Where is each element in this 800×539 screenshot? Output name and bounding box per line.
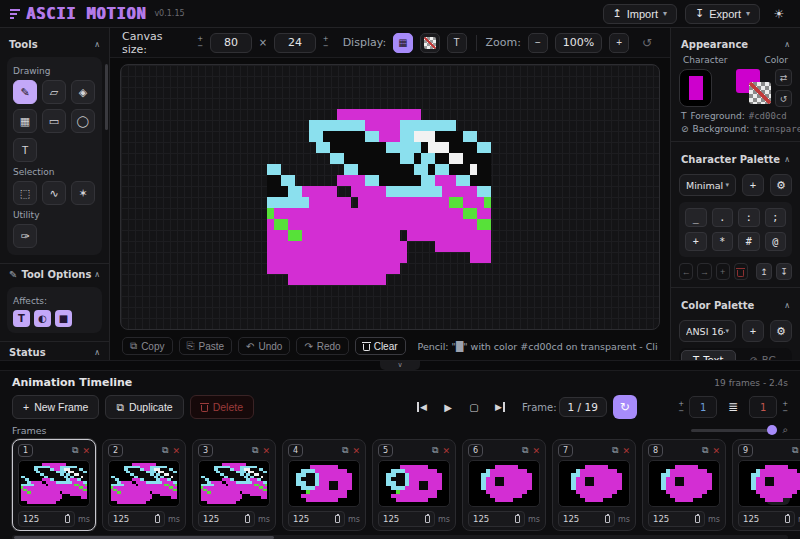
pencil-tool-button[interactable]: ✎ [13, 80, 37, 104]
minus-icon[interactable]: − [678, 408, 684, 414]
frame-card[interactable]: 3 ⧉ ✕ 125 ms [192, 439, 276, 531]
frame-duration-input[interactable]: 125 [468, 511, 525, 527]
character-button[interactable]: : [738, 208, 760, 227]
frame-duration-input[interactable]: 125 [558, 511, 615, 527]
clear-button[interactable]: Clear [355, 337, 406, 355]
delete-frame-icon-button[interactable]: ✕ [712, 446, 720, 456]
frame-card[interactable]: 8 ⧉ ✕ 125 ms [642, 439, 726, 531]
redo-button[interactable]: ↷Redo [296, 337, 348, 355]
ellipse-tool-button[interactable]: ◯ [71, 109, 95, 133]
palette-prev-button[interactable]: ← [679, 263, 693, 280]
character-button[interactable]: . [712, 208, 734, 227]
frame-card[interactable]: 1 ⧉ ✕ 125 ms [12, 439, 96, 531]
delete-frame-icon-button[interactable]: ✕ [262, 446, 270, 456]
zoom-reset-button[interactable]: ↺ [636, 33, 658, 53]
zoom-out-button[interactable]: − [528, 33, 548, 53]
background-color-swatch[interactable] [749, 82, 771, 104]
frame-card[interactable]: 7 ⧉ ✕ 125 ms [552, 439, 636, 531]
palette-next-button[interactable]: → [697, 263, 711, 280]
delete-frame-icon-button[interactable]: ✕ [532, 446, 540, 456]
minus-icon[interactable]: − [323, 43, 329, 49]
duplicate-frame-icon-button[interactable]: ⧉ [432, 445, 438, 456]
paste-button[interactable]: ⎘Paste [179, 337, 233, 355]
transparency-display-toggle[interactable] [420, 33, 440, 53]
grid-display-toggle[interactable]: ▦ [393, 33, 413, 53]
onion-prev-count[interactable]: 1 [689, 396, 717, 418]
collapse-timeline-handle[interactable]: ∨ [380, 361, 420, 370]
delete-frame-icon-button[interactable]: ✕ [622, 446, 630, 456]
text-tool-button[interactable]: T [13, 138, 37, 162]
canvas-height-input[interactable]: 24 [274, 33, 316, 53]
skip-to-end-button[interactable]: ▶ [488, 395, 512, 419]
appearance-section-header[interactable]: Appearance ∧ [679, 34, 792, 55]
theme-toggle-button[interactable]: ☀ [768, 4, 790, 24]
text-display-toggle[interactable]: T [447, 33, 467, 53]
width-stepper[interactable]: +− [197, 36, 203, 49]
frame-duration-input[interactable]: 125 [648, 511, 705, 527]
copy-button[interactable]: ⧉Copy [122, 337, 173, 355]
slider-track[interactable] [691, 429, 777, 432]
fill-tool-button[interactable]: ◈ [71, 80, 95, 104]
play-button[interactable]: ▶ [436, 395, 460, 419]
palette-import-button[interactable]: ↧ [776, 263, 792, 280]
character-palette-settings-button[interactable]: ⚙ [770, 174, 792, 196]
palette-delete-char-button[interactable] [734, 263, 748, 280]
color-palette-section-header[interactable]: Color Palette ∧ [679, 295, 792, 316]
eraser-tool-button[interactable]: ▱ [42, 80, 66, 104]
frame-card[interactable]: 5 ⧉ ✕ 125 ms [372, 439, 456, 531]
frame-card[interactable]: 9 ⧉ ✕ 125 ms [732, 439, 800, 531]
affects-character-badge[interactable]: T [13, 310, 30, 327]
affects-background-badge[interactable]: ■ [55, 310, 72, 327]
character-button[interactable]: @ [765, 232, 787, 251]
tool-options-section-header[interactable]: ✎ Tool Options ∧ [7, 264, 102, 285]
bg-color-tab[interactable]: ⊘ BG [736, 350, 791, 360]
stop-button[interactable]: ▢ [462, 395, 486, 419]
import-button[interactable]: ↥ Import ▾ [603, 4, 677, 24]
character-palette-select[interactable]: Minimal ASC ▾ [679, 174, 736, 196]
sidebar-scrollbar[interactable] [105, 64, 108, 130]
text-color-tab[interactable]: T Text [681, 350, 736, 360]
duplicate-frame-icon-button[interactable]: ⧉ [522, 445, 528, 456]
export-button[interactable]: ↧ Export ▾ [685, 4, 760, 24]
magic-wand-tool-button[interactable]: ✶ [71, 181, 95, 205]
reset-colors-button[interactable]: ↺ [775, 90, 792, 107]
character-button[interactable]: * [712, 232, 734, 251]
frame-duration-input[interactable]: 125 [18, 511, 75, 527]
character-button[interactable]: + [685, 232, 707, 251]
duplicate-frame-icon-button[interactable]: ⧉ [792, 445, 798, 456]
character-preview[interactable] [679, 69, 712, 107]
duplicate-frame-button[interactable]: ⧉ Duplicate [105, 395, 183, 419]
height-stepper[interactable]: +− [323, 36, 329, 49]
character-button[interactable]: # [738, 232, 760, 251]
zoom-in-button[interactable]: + [609, 33, 629, 53]
character-button[interactable]: ; [765, 208, 787, 227]
frame-card[interactable]: 4 ⧉ ✕ 125 ms [282, 439, 366, 531]
delete-frame-button[interactable]: Delete [190, 395, 254, 419]
tools-section-header[interactable]: Tools ∧ [7, 34, 102, 55]
minus-icon[interactable]: − [782, 408, 788, 414]
swap-colors-button[interactable]: ⇄ [775, 69, 792, 86]
gradient-tool-button[interactable]: ▦ [13, 109, 37, 133]
affects-color-badge[interactable]: ◐ [34, 310, 51, 327]
slider-thumb[interactable] [767, 425, 777, 435]
add-color-palette-button[interactable]: + [742, 320, 764, 342]
eyedropper-tool-button[interactable]: ✑ [13, 224, 37, 248]
duplicate-frame-icon-button[interactable]: ⧉ [162, 445, 168, 456]
frame-card[interactable]: 2 ⧉ ✕ 125 ms [102, 439, 186, 531]
palette-export-button[interactable]: ↥ [756, 263, 772, 280]
character-palette-section-header[interactable]: Character Palette ∧ [679, 149, 792, 170]
plus-icon[interactable]: + [782, 401, 788, 407]
onion-prev-stepper[interactable]: +− [678, 401, 684, 414]
duplicate-frame-icon-button[interactable]: ⧉ [252, 445, 258, 456]
rect-select-tool-button[interactable]: ⬚ [13, 181, 37, 205]
frame-duration-input[interactable]: 125 [288, 511, 345, 527]
frame-duration-input[interactable]: 125 [108, 511, 165, 527]
delete-frame-icon-button[interactable]: ✕ [442, 446, 450, 456]
duplicate-frame-icon-button[interactable]: ⧉ [702, 445, 708, 456]
delete-frame-icon-button[interactable]: ✕ [172, 446, 180, 456]
add-character-palette-button[interactable]: + [742, 174, 764, 196]
delete-frame-icon-button[interactable]: ✕ [352, 446, 360, 456]
frame-duration-input[interactable]: 125 [738, 511, 795, 527]
canvas-width-input[interactable]: 80 [210, 33, 252, 53]
loop-playback-button[interactable]: ↻ [613, 395, 637, 419]
